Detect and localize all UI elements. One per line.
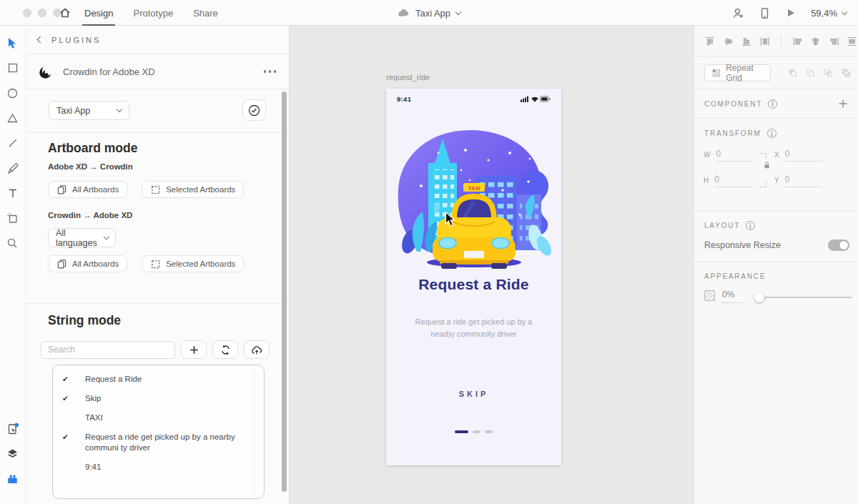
info-icon[interactable] <box>768 99 777 109</box>
languages-select[interactable]: All languages <box>48 228 116 247</box>
plugins-panel-button[interactable] <box>6 472 20 486</box>
string-row[interactable]: ✔Skip <box>53 389 264 408</box>
align-bottom-icon[interactable] <box>741 36 752 47</box>
opacity-value[interactable]: 0% <box>721 290 743 303</box>
tool-rail <box>0 26 26 504</box>
x-field[interactable]: X 0 <box>774 149 822 162</box>
add-component-icon[interactable] <box>838 99 848 109</box>
taxi-illustration[interactable]: TAXI <box>395 129 553 269</box>
responsive-resize-toggle[interactable] <box>828 239 849 251</box>
y-value[interactable]: 0 <box>785 174 822 187</box>
info-icon[interactable] <box>767 129 776 138</box>
back-chevron-icon[interactable] <box>37 36 44 44</box>
select-tool[interactable] <box>6 36 20 50</box>
more-options-icon[interactable] <box>264 70 277 73</box>
distribute-horizontal-icon[interactable] <box>847 36 858 47</box>
confirm-project-button[interactable] <box>242 99 266 121</box>
lock-aspect-icon[interactable] <box>763 161 771 169</box>
ellipse-tool[interactable] <box>6 86 20 100</box>
zoom-tool[interactable] <box>6 236 20 250</box>
window-minimize-icon[interactable] <box>38 9 46 17</box>
divider <box>26 132 287 133</box>
transform-section: TRANSFORM W 0 X 0 H 0 Y 0 <box>694 119 858 211</box>
search-input[interactable] <box>41 341 175 359</box>
project-select[interactable]: Taxi App <box>49 101 129 120</box>
document-title-control[interactable]: Taxi App <box>398 0 460 26</box>
toggle-knob <box>839 241 848 249</box>
cloud-icon <box>398 8 410 18</box>
distribute-vertical-icon[interactable] <box>759 36 771 47</box>
chevron-down-icon <box>455 9 461 14</box>
align-left-icon[interactable] <box>792 36 804 47</box>
string-row[interactable]: ✔Request a Ride <box>53 370 264 389</box>
sync-strings-button[interactable] <box>212 340 238 359</box>
string-row[interactable]: 9:41 <box>53 458 264 477</box>
artboard-icon <box>6 212 19 224</box>
tab-share[interactable]: Share <box>193 0 218 26</box>
check-circle-icon <box>248 104 260 117</box>
width-value[interactable]: 0 <box>716 149 753 162</box>
artboard-name-label[interactable]: request_ride <box>386 73 430 81</box>
opacity-slider[interactable] <box>754 292 852 302</box>
repeat-grid-button[interactable]: Repeat Grid <box>704 64 771 81</box>
boolean-exclude-icon[interactable] <box>842 67 851 79</box>
boolean-subtract-icon[interactable] <box>806 67 815 79</box>
invite-user-icon[interactable] <box>732 7 744 19</box>
line-tool[interactable] <box>6 136 20 150</box>
layers-panel-button[interactable] <box>6 447 20 461</box>
align-top-icon[interactable] <box>704 36 716 47</box>
screen-title[interactable]: Request a Ride <box>386 276 561 293</box>
width-field[interactable]: W 0 <box>704 149 753 162</box>
all-artboards-button-download[interactable]: All Artboards <box>48 255 127 272</box>
boolean-intersect-icon[interactable] <box>824 67 833 79</box>
home-icon <box>59 6 72 19</box>
device-preview-icon[interactable] <box>759 7 771 19</box>
assets-panel-button[interactable] <box>6 422 20 436</box>
zoom-control[interactable]: 59,4% <box>811 8 847 19</box>
rectangle-icon <box>7 62 19 74</box>
assets-icon <box>6 423 19 435</box>
window-close-icon[interactable] <box>23 9 31 17</box>
rectangle-tool[interactable] <box>6 61 20 75</box>
titlebar: Design Prototype Share Taxi App 59,4% <box>0 0 858 26</box>
home-button[interactable] <box>59 6 72 19</box>
selected-artboards-button-download[interactable]: Selected Artboards <box>142 255 244 272</box>
artboard-tool[interactable] <box>6 211 20 225</box>
tab-prototype[interactable]: Prototype <box>133 0 173 26</box>
layout-section: LAYOUT Responsive Resize <box>694 211 858 262</box>
plugin-name: Crowdin for Adobe XD <box>63 66 255 77</box>
slider-knob[interactable] <box>754 292 764 302</box>
align-center-icon[interactable] <box>810 36 822 47</box>
mouse-cursor <box>445 212 455 227</box>
upload-strings-button[interactable] <box>244 340 270 359</box>
string-text: TAXI <box>85 412 103 423</box>
boolean-add-icon[interactable] <box>788 67 797 79</box>
align-right-icon[interactable] <box>829 36 840 47</box>
info-icon[interactable] <box>746 221 755 230</box>
skip-button[interactable]: SKIP <box>386 390 561 398</box>
text-tool[interactable] <box>6 186 20 200</box>
panel-scrollbar[interactable] <box>282 92 287 492</box>
window-controls[interactable] <box>23 9 61 17</box>
status-time[interactable]: 9:41 <box>397 95 411 103</box>
artboard-request-ride[interactable]: 9:41 <box>386 89 561 465</box>
play-preview-icon[interactable] <box>785 7 797 19</box>
pen-tool[interactable] <box>6 161 20 175</box>
all-artboards-button[interactable]: All Artboards <box>48 181 127 198</box>
plugins-icon <box>6 473 19 485</box>
tab-design[interactable]: Design <box>84 0 113 26</box>
height-field[interactable]: H 0 <box>704 174 751 187</box>
slider-track[interactable] <box>757 297 852 298</box>
height-value[interactable]: 0 <box>714 174 751 187</box>
string-row[interactable]: ✔Request a ride get picked up by a nearb… <box>53 428 264 458</box>
x-value[interactable]: 0 <box>785 149 822 162</box>
y-field[interactable]: Y 0 <box>774 174 822 187</box>
align-middle-icon[interactable] <box>723 36 734 47</box>
polygon-tool[interactable] <box>6 111 20 125</box>
string-row[interactable]: TAXI <box>53 408 264 428</box>
page-indicator <box>386 430 561 433</box>
add-string-button[interactable] <box>181 340 207 359</box>
screen-subtitle[interactable]: Request a ride get picked up by a nearby… <box>386 316 561 340</box>
selected-artboards-button[interactable]: Selected Artboards <box>142 181 244 198</box>
design-canvas[interactable]: request_ride 9:41 <box>290 26 694 504</box>
